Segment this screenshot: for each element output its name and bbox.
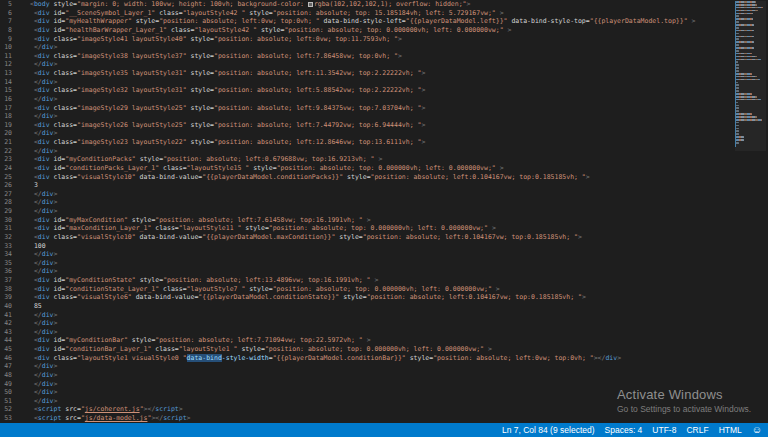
code-line[interactable]: 35 </div> xyxy=(0,259,735,268)
activate-windows-watermark: Activate Windows Go to Settings to activ… xyxy=(617,387,751,414)
code-line[interactable]: 20 </div> xyxy=(0,129,735,138)
code-line[interactable]: 9 <div class="imageStyle41 layoutStyle40… xyxy=(0,35,735,44)
code-line[interactable]: 39 <div class="visualStyle6" data-bind-v… xyxy=(0,293,735,302)
line-number: 33 xyxy=(0,242,12,251)
line-content: </div> xyxy=(30,95,57,103)
line-content: <div class="visualStyle10" data-bind-val… xyxy=(30,173,590,181)
line-number: 8 xyxy=(0,26,12,35)
line-number: 32 xyxy=(0,233,12,242)
code-line[interactable]: 41 </div> xyxy=(0,311,735,320)
line-content: </div> xyxy=(30,397,57,405)
code-line[interactable]: 23 <div id="myConditionPacks" style="pos… xyxy=(0,155,735,164)
code-line[interactable]: 27 </div> xyxy=(0,190,735,199)
line-number: 51 xyxy=(0,397,12,406)
line-content: <div class="layoutStyle1 visualStyle0 "d… xyxy=(30,354,621,362)
line-content: <div id="conditionPacks_Layer_1" class="… xyxy=(30,164,504,172)
line-number: 13 xyxy=(0,69,12,78)
code-line[interactable]: 30 <div id="myMaxCondition" style="posit… xyxy=(0,216,735,225)
status-encoding[interactable]: UTF-8 xyxy=(652,425,676,435)
code-line[interactable]: 7 <div id="myHealthWrapper" style="posit… xyxy=(0,17,735,26)
code-line[interactable]: 33 100 xyxy=(0,242,735,251)
line-number: 18 xyxy=(0,112,12,121)
code-line[interactable]: 34 </div> xyxy=(0,250,735,259)
line-content: </div> xyxy=(30,147,57,155)
code-line[interactable]: 22 </div> xyxy=(0,147,735,156)
line-content: </div> xyxy=(30,259,57,267)
code-line[interactable]: 8 <div id="healthBarWrapper_Layer_1" cla… xyxy=(0,26,735,35)
code-line[interactable]: 5<body style="margin: 0; width: 100vw; h… xyxy=(0,0,735,9)
line-content: </div> xyxy=(30,380,57,388)
code-line[interactable]: 42 </div> xyxy=(0,319,735,328)
line-number: 21 xyxy=(0,138,12,147)
code-line[interactable]: 16 </div> xyxy=(0,95,735,104)
status-eol-sequence[interactable]: CRLF xyxy=(686,425,708,435)
code-line[interactable]: 19 <div class="imageStyle26 layoutStyle2… xyxy=(0,121,735,130)
line-number: 15 xyxy=(0,86,12,95)
code-line[interactable]: 38 <div id="conditionState_Layer_1" clas… xyxy=(0,285,735,294)
line-content: <div id="conditionState_Layer_1" class="… xyxy=(30,285,500,293)
line-content: <div id="myMaxCondition" style="position… xyxy=(30,216,371,224)
line-number: 20 xyxy=(0,129,12,138)
line-number: 43 xyxy=(0,328,12,337)
code-line[interactable]: 18 </div> xyxy=(0,112,735,121)
status-feedback-smiley-icon[interactable]: ☺ xyxy=(752,425,762,435)
code-line[interactable]: 24 <div id="conditionPacks_Layer_1" clas… xyxy=(0,164,735,173)
line-number: 42 xyxy=(0,319,12,328)
code-line[interactable]: 47 </div> xyxy=(0,362,735,371)
line-content: </div> xyxy=(30,112,57,120)
code-line[interactable]: 10 </div> xyxy=(0,43,735,52)
line-number: 22 xyxy=(0,147,12,156)
line-number: 38 xyxy=(0,285,12,294)
code-line[interactable]: 36 </div> xyxy=(0,267,735,276)
line-number: 29 xyxy=(0,207,12,216)
status-cursor-position[interactable]: Ln 7, Col 84 (9 selected) xyxy=(502,425,595,435)
line-number: 34 xyxy=(0,250,12,259)
line-number: 9 xyxy=(0,35,12,44)
code-line[interactable]: 48 </div> xyxy=(0,371,735,380)
code-line[interactable]: 25 <div class="visualStyle10" data-bind-… xyxy=(0,173,735,182)
status-indentation[interactable]: Spaces: 4 xyxy=(605,425,643,435)
minimap[interactable] xyxy=(736,1,766,423)
code-line[interactable]: 13 <div class="imageStyle35 layoutStyle3… xyxy=(0,69,735,78)
line-content: 85 xyxy=(30,302,42,310)
code-line[interactable]: 14 </div> xyxy=(0,78,735,87)
code-line[interactable]: 40 85 xyxy=(0,302,735,311)
code-line[interactable]: 17 <div class="imageStyle29 layoutStyle2… xyxy=(0,104,735,113)
line-content: </div> xyxy=(30,43,57,51)
line-number: 30 xyxy=(0,216,12,225)
code-line[interactable]: 32 <div class="visualStyle10" data-bind-… xyxy=(0,233,735,242)
vscode-editor-window: 5<body style="margin: 0; width: 100vw; h… xyxy=(0,0,768,437)
code-line[interactable]: 28 </div> xyxy=(0,198,735,207)
code-line[interactable]: 21 <div class="imageStyle23 layoutStyle2… xyxy=(0,138,735,147)
code-line[interactable]: 45 <div id="conditionBar_Layer_1" class=… xyxy=(0,345,735,354)
code-line[interactable]: 43 </div> xyxy=(0,328,735,337)
code-line[interactable]: 53 <script src="js/data-model.js"></scri… xyxy=(0,414,735,423)
line-content: </div> xyxy=(30,198,57,206)
line-content: </div> xyxy=(30,78,57,86)
line-content: </div> xyxy=(30,328,57,336)
status-language-mode[interactable]: HTML xyxy=(719,425,742,435)
minimap-slider[interactable] xyxy=(735,1,766,151)
line-number: 14 xyxy=(0,78,12,87)
code-line[interactable]: 6 <div id="__SceneSymbol_Layer_1" class=… xyxy=(0,9,735,18)
code-area[interactable]: 5<body style="margin: 0; width: 100vw; h… xyxy=(0,0,735,423)
line-number: 45 xyxy=(0,345,12,354)
code-line[interactable]: 11 <div class="imageStyle38 layoutStyle3… xyxy=(0,52,735,61)
code-line[interactable]: 37 <div id="myConditionState" style="pos… xyxy=(0,276,735,285)
code-line[interactable]: 29 </div> xyxy=(0,207,735,216)
line-number: 5 xyxy=(0,0,12,9)
line-content: </div> xyxy=(30,207,57,215)
code-line[interactable]: 46 <div class="layoutStyle1 visualStyle0… xyxy=(0,354,735,363)
color-decorator-swatch[interactable] xyxy=(308,2,313,7)
code-line[interactable]: 44 <div id="myConditionBar" style="posit… xyxy=(0,336,735,345)
line-number: 48 xyxy=(0,371,12,380)
code-line[interactable]: 31 <div id="maxCondition_Layer_1" class=… xyxy=(0,224,735,233)
line-number: 50 xyxy=(0,388,12,397)
line-number: 49 xyxy=(0,380,12,389)
code-line[interactable]: 15 <div class="imageStyle32 layoutStyle3… xyxy=(0,86,735,95)
line-number: 24 xyxy=(0,164,12,173)
code-line[interactable]: 12 </div> xyxy=(0,60,735,69)
code-line[interactable]: 26 3 xyxy=(0,181,735,190)
line-number: 31 xyxy=(0,224,12,233)
line-content: </div> xyxy=(30,267,57,275)
